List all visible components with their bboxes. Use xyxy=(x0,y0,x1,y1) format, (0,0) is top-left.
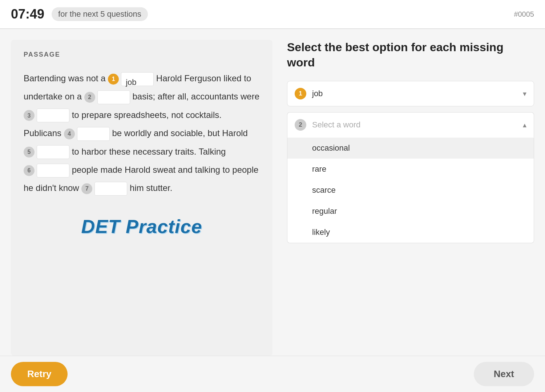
blank-6-container: 6 xyxy=(24,164,69,177)
text-segment-5: be worldly and sociable, but Harold xyxy=(112,128,248,138)
retry-button[interactable]: Retry xyxy=(11,362,68,386)
passage-title: PASSAGE xyxy=(24,51,260,58)
blank-input-5 xyxy=(37,145,69,159)
dropdown-value-2: Select a word xyxy=(312,120,523,130)
blank-4-container: 4 xyxy=(64,127,110,141)
dropdown-option-occasional[interactable]: occasional xyxy=(287,138,534,159)
passage-panel: PASSAGE Bartending was not a 1 job Harol… xyxy=(11,40,272,356)
blank-number-2: 2 xyxy=(84,92,95,103)
main-content: PASSAGE Bartending was not a 1 job Harol… xyxy=(0,29,545,356)
dropdown-num-2: 2 xyxy=(295,119,306,131)
text-segment-1: Bartending was not a xyxy=(24,73,108,83)
blank-7-container: 7 xyxy=(81,182,127,196)
dropdown-num-1: 1 xyxy=(295,88,306,99)
header: 07:49 for the next 5 questions #0005 xyxy=(0,0,545,29)
blank-number-4: 4 xyxy=(64,128,75,139)
question-id: #0005 xyxy=(514,10,534,19)
text-segment-8: him stutter. xyxy=(130,183,172,193)
dropdown-value-1: job xyxy=(312,89,523,98)
dropdown-arrow-2: ▴ xyxy=(523,121,526,129)
right-panel: Select the best option for each missing … xyxy=(287,40,534,356)
timer-label: for the next 5 questions xyxy=(52,7,148,21)
timer-display: 07:49 xyxy=(11,7,44,22)
blank-5-container: 5 xyxy=(24,145,69,159)
det-practice-watermark: DET Practice xyxy=(24,216,260,237)
blank-number-1: 1 xyxy=(108,74,119,85)
dropdown-2[interactable]: 2 Select a word ▴ xyxy=(287,112,534,138)
dropdown-option-likely[interactable]: likely xyxy=(287,222,534,243)
blank-input-1: job xyxy=(121,72,154,86)
text-segment-6: to harbor these necessary traits. Talkin… xyxy=(72,147,226,156)
blank-input-7 xyxy=(94,182,127,196)
dropdown-2-container: 2 Select a word ▴ occasional rare scarce… xyxy=(287,112,534,138)
blank-2-container: 2 xyxy=(84,90,130,104)
dropdown-1[interactable]: 1 job ▾ xyxy=(287,81,534,106)
dropdown-option-regular[interactable]: regular xyxy=(287,201,534,222)
dropdown-1-container: 1 job ▾ xyxy=(287,81,534,106)
blank-3-container: 3 xyxy=(24,109,69,122)
blank-input-2 xyxy=(97,90,130,104)
dropdown-option-rare[interactable]: rare xyxy=(287,159,534,180)
next-button[interactable]: Next xyxy=(474,362,534,386)
blank-number-5: 5 xyxy=(24,147,35,158)
blank-number-6: 6 xyxy=(24,165,35,176)
dropdown-arrow-1: ▾ xyxy=(523,89,526,98)
blank-number-7: 7 xyxy=(81,183,92,194)
blank-input-4 xyxy=(77,127,110,141)
blank-number-3: 3 xyxy=(24,110,35,121)
instruction-title: Select the best option for each missing … xyxy=(287,40,534,70)
blank-input-3 xyxy=(37,109,69,122)
dropdown-option-scarce[interactable]: scarce xyxy=(287,180,534,201)
text-segment-3: basis; after all, accountants were xyxy=(132,91,259,101)
dropdown-menu-2: occasional rare scarce regular likely xyxy=(287,138,534,243)
passage-text: Bartending was not a 1 job Harold Fergus… xyxy=(24,69,260,197)
footer: Retry Next xyxy=(0,356,545,392)
blank-input-6 xyxy=(37,164,69,177)
blank-1-container: 1 job xyxy=(108,72,154,86)
